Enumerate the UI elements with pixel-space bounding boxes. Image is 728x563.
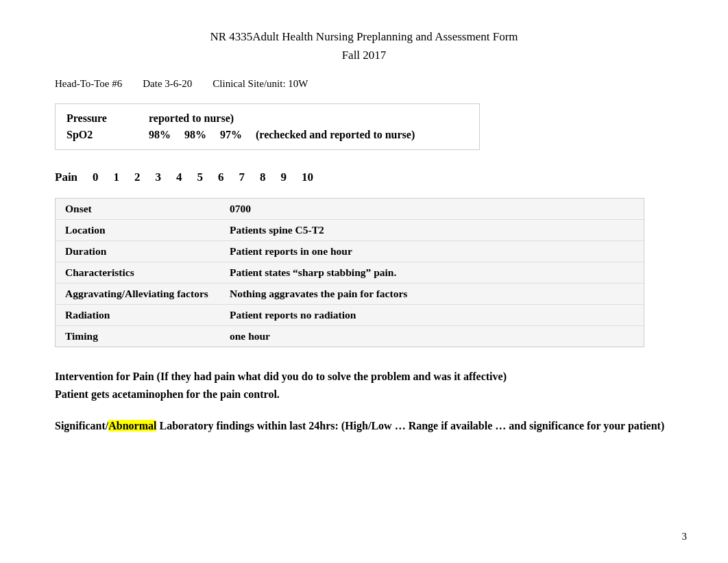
characteristics-label: Characteristics: [65, 266, 230, 279]
significant-section: Significant/Abnormal Laboratory findings…: [55, 417, 673, 435]
pressure-reported: reported to nurse): [149, 112, 234, 125]
pain-5: 5: [197, 171, 204, 184]
pain-9: 9: [281, 171, 287, 184]
table-row: Radiation Patient reports no radiation: [56, 305, 644, 326]
radiation-value: Patient reports no radiation: [230, 309, 634, 321]
timing-label: Timing: [65, 330, 230, 342]
spo2-value3: 97%: [220, 129, 242, 141]
date-label: Date 3-6-20: [143, 78, 192, 90]
intervention-section: Intervention for Pain (If they had pain …: [55, 368, 673, 403]
aggravating-value: Nothing aggravates the pain for factors: [230, 288, 634, 300]
pain-scale: Pain 0 1 2 3 4 5 6 7 8 9 10: [55, 171, 673, 184]
radiation-label: Radiation: [65, 309, 230, 321]
page-number: 3: [682, 531, 688, 542]
table-row: Onset 0700: [56, 199, 644, 220]
spo2-label: SpO2: [66, 129, 142, 141]
duration-value: Patient reports in one hour: [230, 245, 634, 258]
spo2-value2: 98%: [184, 129, 206, 141]
pain-assessment-table: Onset 0700 Location Patients spine C5-T2…: [55, 198, 644, 347]
pressure-table: Pressure reported to nurse) SpO2 98% 98%…: [55, 103, 480, 150]
intervention-text1: Intervention for Pain (If they had pain …: [55, 368, 673, 386]
table-row: Characteristics Patient states “sharp st…: [56, 262, 644, 284]
site-label: Clinical Site/unit: 10W: [213, 78, 308, 90]
significant-prefix: Significant/: [55, 420, 108, 431]
onset-value: 0700: [230, 203, 634, 215]
pain-10: 10: [302, 171, 313, 184]
abnormal-highlight: Abnormal: [108, 420, 156, 431]
pain-0: 0: [93, 171, 99, 184]
pain-1: 1: [114, 171, 120, 184]
aggravating-label: Aggravating/Alleviating factors: [65, 288, 230, 300]
table-row: Location Patients spine C5-T2: [56, 220, 644, 241]
table-row: Aggravating/Alleviating factors Nothing …: [56, 284, 644, 305]
table-row: Timing one hour: [56, 326, 644, 347]
duration-label: Duration: [65, 245, 230, 258]
head-to-toe-label: Head-To-Toe #6: [55, 78, 122, 90]
pressure-label: Pressure: [66, 112, 142, 125]
pain-2: 2: [134, 171, 141, 184]
significant-suffix: Laboratory findings within last 24hrs: (…: [156, 420, 664, 431]
header-info: Head-To-Toe #6 Date 3-6-20 Clinical Site…: [55, 78, 673, 90]
location-label: Location: [65, 224, 230, 236]
pain-4: 4: [176, 171, 182, 184]
timing-value: one hour: [230, 330, 634, 342]
spo2-value1: 98%: [149, 129, 171, 141]
pain-label: Pain: [55, 171, 77, 184]
characteristics-value: Patient states “sharp stabbing” pain.: [230, 266, 634, 279]
pain-3: 3: [156, 171, 162, 184]
onset-label: Onset: [65, 203, 230, 215]
pain-8: 8: [260, 171, 266, 184]
spo2-rechecked: (rechecked and reported to nurse): [256, 129, 415, 141]
table-row: Duration Patient reports in one hour: [56, 241, 644, 262]
intervention-text2: Patient gets acetaminophen for the pain …: [55, 386, 673, 403]
pain-6: 6: [218, 171, 224, 184]
page-title: NR 4335Adult Health Nursing Preplanning …: [55, 27, 673, 64]
location-value: Patients spine C5-T2: [230, 224, 634, 236]
pain-7: 7: [239, 171, 245, 184]
